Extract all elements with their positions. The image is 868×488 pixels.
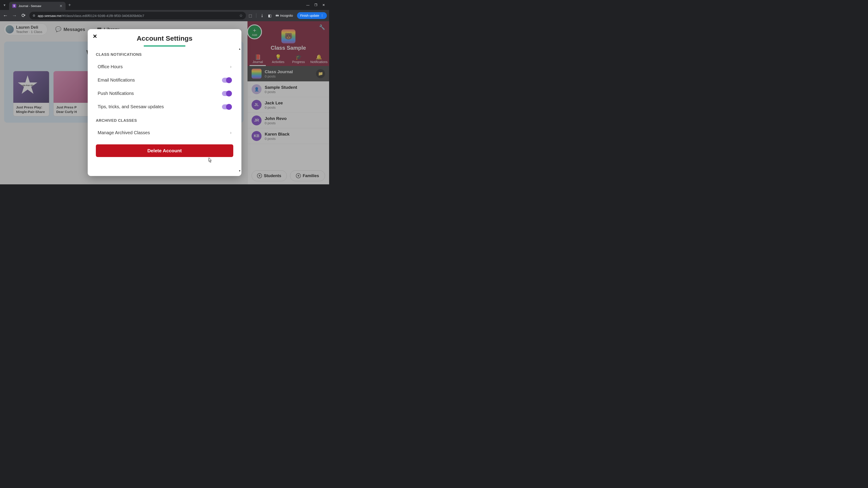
bookmark-icon[interactable]: ☆ [239, 13, 243, 18]
modal-title: Account Settings [88, 35, 241, 42]
setting-office-hours[interactable]: Office Hours › [96, 60, 233, 73]
chevron-right-icon: › [230, 64, 231, 69]
setting-push-notifications: Push Notifications [96, 87, 233, 100]
chevron-right-icon: › [230, 130, 231, 135]
scroll-down-arrow[interactable]: ▼ [239, 169, 241, 172]
incognito-icon: 🕶 [276, 14, 279, 18]
address-bar[interactable]: ⚙ app.seesaw.me/#/class/class.ed0f0124-9… [29, 12, 246, 20]
delete-account-button[interactable]: Delete Account [96, 144, 233, 157]
tab-close-icon[interactable]: ✕ [59, 4, 62, 8]
tab-title: Journal - Seesaw [19, 4, 57, 8]
extensions-icon[interactable]: ⬚ [249, 13, 252, 18]
setting-tips-updates: Tips, tricks, and Seesaw updates [96, 100, 233, 113]
account-settings-modal: ✕ Account Settings ▲ CLASS NOTIFICATIONS… [88, 29, 241, 176]
downloads-icon[interactable]: ⭳ [260, 13, 264, 18]
back-button[interactable]: ← [2, 13, 8, 19]
browser-titlebar: ▾ S Journal - Seesaw ✕ + — ❐ ✕ [0, 0, 329, 10]
site-settings-icon[interactable]: ⚙ [33, 14, 35, 18]
close-window-icon[interactable]: ✕ [322, 3, 325, 7]
scroll-up-arrow[interactable]: ▲ [239, 47, 241, 50]
section-class-notifications: CLASS NOTIFICATIONS [96, 53, 233, 57]
modal-body[interactable]: ▲ CLASS NOTIFICATIONS Office Hours › Ema… [88, 46, 241, 173]
browser-tab[interactable]: S Journal - Seesaw ✕ [9, 2, 66, 10]
tab-favicon: S [12, 4, 16, 8]
incognito-indicator[interactable]: 🕶 Incognito [276, 14, 293, 18]
reload-button[interactable]: ⟳ [20, 13, 27, 19]
minimize-icon[interactable]: — [306, 3, 309, 7]
separator [256, 13, 256, 18]
modal-close-button[interactable]: ✕ [93, 33, 97, 39]
forward-button[interactable]: → [11, 13, 18, 19]
toggle-email-notifications[interactable] [222, 78, 231, 83]
page-content: Lauren Deli Teacher · 1 Class 💬 Messages… [0, 21, 329, 184]
new-tab-button[interactable]: + [68, 2, 71, 8]
toggle-push-notifications[interactable] [222, 91, 231, 96]
finish-update-button[interactable]: Finish update ⋮ [297, 12, 327, 19]
window-controls: — ❐ ✕ [306, 3, 329, 7]
browser-toolbar: ← → ⟳ ⚙ app.seesaw.me/#/class/class.ed0f… [0, 10, 329, 21]
section-archived-classes: ARCHIVED CLASSES [96, 119, 233, 123]
sidepanel-icon[interactable]: ◧ [268, 13, 272, 18]
toggle-tips-updates[interactable] [222, 104, 231, 109]
setting-manage-archived[interactable]: Manage Archived Classes › [96, 126, 233, 139]
tab-search-dropdown[interactable]: ▾ [0, 3, 9, 7]
setting-email-notifications: Email Notifications [96, 73, 233, 87]
menu-dots-icon: ⋮ [320, 14, 324, 18]
maximize-icon[interactable]: ❐ [314, 3, 317, 7]
url-text: app.seesaw.me/#/class/class.ed0f0124-92d… [38, 14, 144, 18]
